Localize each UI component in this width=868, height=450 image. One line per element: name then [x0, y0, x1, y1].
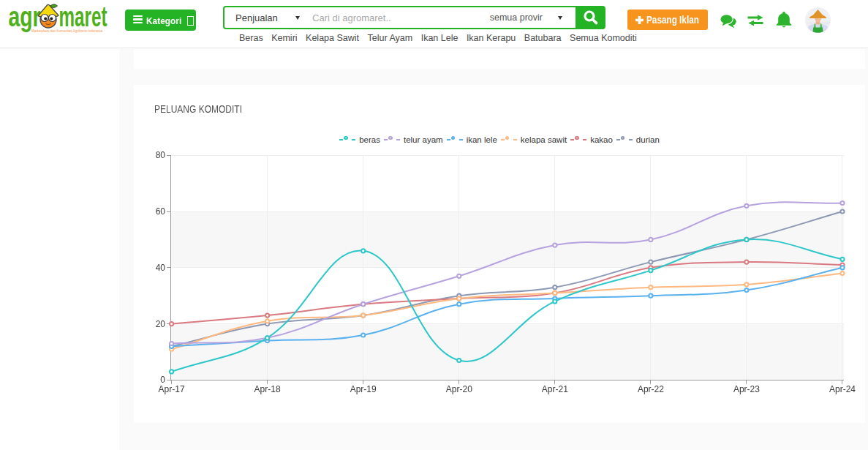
- svg-text:20: 20: [156, 319, 166, 329]
- svg-text:Apr-17: Apr-17: [159, 384, 185, 394]
- svg-text:Apr-22: Apr-22: [638, 384, 664, 394]
- svg-text:Marketplace dan Komunitas Agri: Marketplace dan Komunitas Agribisnis Ind…: [31, 29, 102, 33]
- svg-text:Apr-21: Apr-21: [542, 384, 568, 394]
- svg-text:80: 80: [156, 150, 166, 160]
- svg-text:Apr-20: Apr-20: [446, 384, 472, 394]
- svg-text:60: 60: [156, 206, 166, 217]
- svg-text:Apr-24: Apr-24: [829, 384, 856, 394]
- svg-text:Apr-18: Apr-18: [254, 384, 281, 394]
- svg-text:40: 40: [156, 263, 166, 273]
- svg-text:Apr-23: Apr-23: [733, 384, 760, 394]
- svg-text:Apr-19: Apr-19: [350, 384, 377, 394]
